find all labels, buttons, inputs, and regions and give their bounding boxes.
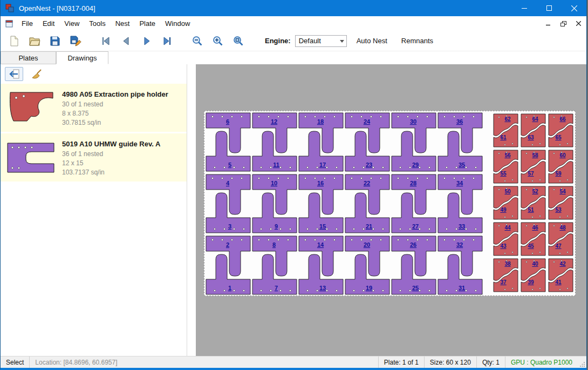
nest-viewport[interactable]: 6 5 12 11 18 17 24 23 30 29 36 35 4 3 (196, 64, 586, 356)
save-as-icon (69, 35, 82, 48)
zoom-fit-icon (232, 35, 245, 48)
part-pair-graphic: 42 41 (547, 257, 575, 293)
first-button[interactable] (98, 33, 114, 49)
mdi-close-button[interactable] (573, 19, 583, 28)
drawing-list-item[interactable]: 4980 A05 Extraction pipe holder 30 of 1 … (1, 84, 187, 132)
nested-part-pair[interactable]: 36 35 (437, 111, 483, 173)
nested-part-pair[interactable]: 30 29 (391, 111, 437, 173)
save-as-button[interactable] (67, 33, 84, 49)
part-nested-count: 36 of 1 nested (62, 150, 160, 159)
nest-canvas[interactable]: 6 5 12 11 18 17 24 23 30 29 36 35 4 3 (187, 64, 586, 356)
menu-item-tools[interactable]: Tools (84, 17, 110, 30)
part-number: 12 (271, 118, 277, 125)
last-icon (161, 35, 174, 48)
part-number: 26 (410, 241, 416, 248)
menu-item-plate[interactable]: Plate (134, 17, 160, 30)
nested-part-pair[interactable]: 14 13 (298, 234, 344, 296)
nested-part-pair[interactable]: 62 61 (492, 112, 519, 149)
open-button[interactable] (26, 33, 43, 49)
nested-part-pair[interactable]: 8 7 (251, 234, 298, 296)
last-button[interactable] (159, 33, 175, 49)
part-pair-graphic: 44 43 (492, 221, 519, 257)
part-number: 35 (459, 162, 465, 168)
nested-part-pair[interactable]: 10 9 (251, 173, 298, 234)
nested-part-pair[interactable]: 38 37 (492, 257, 519, 293)
engine-select[interactable]: Default (295, 35, 347, 47)
nested-part-pair[interactable]: 18 17 (298, 111, 344, 173)
zoom-fit-button[interactable] (230, 33, 247, 49)
next-button[interactable] (139, 33, 155, 49)
tab-plates[interactable]: Plates (1, 51, 56, 64)
maximize-button[interactable] (537, 0, 562, 16)
mdi-minimize-button[interactable] (543, 19, 553, 28)
nested-part-pair[interactable]: 60 59 (547, 149, 575, 185)
zoom-in-icon (211, 35, 224, 48)
menu-item-file[interactable]: File (17, 17, 38, 30)
part-pair-graphic: 10 9 (251, 173, 298, 234)
nested-part-pair[interactable]: 40 39 (519, 257, 547, 293)
plate[interactable]: 6 5 12 11 18 17 24 23 30 29 36 35 4 3 (204, 111, 576, 296)
drawing-list-item[interactable]: 5019 A10 UHMW guide Rev. A 36 of 1 neste… (1, 133, 187, 181)
nested-part-pair[interactable]: 26 25 (391, 234, 437, 296)
menubar: File Edit View Tools Nest Plate Window (1, 16, 586, 31)
import-drawing-button[interactable] (5, 67, 23, 81)
auto-nest-button[interactable]: Auto Nest (352, 35, 392, 47)
zoom-out-button[interactable] (189, 33, 206, 49)
mdi-restore-button[interactable] (558, 19, 568, 28)
nested-part-pair[interactable]: 54 53 (547, 185, 575, 221)
nested-part-pair[interactable]: 4 3 (205, 173, 251, 234)
nested-part-pair[interactable]: 56 55 (492, 149, 519, 185)
part-number: 20 (364, 241, 370, 248)
remnants-button[interactable]: Remnants (397, 35, 437, 47)
nested-part-pair[interactable]: 50 49 (492, 185, 519, 221)
nested-part-pair[interactable]: 48 47 (547, 221, 575, 257)
minimize-button[interactable] (512, 0, 537, 16)
previous-button[interactable] (118, 33, 134, 49)
part-number: 46 (532, 225, 538, 231)
grip-dots-icon (580, 361, 585, 367)
save-button[interactable] (47, 33, 63, 49)
part-pair-graphic: 46 45 (519, 221, 547, 257)
part-number: 64 (532, 116, 538, 122)
nested-part-pair[interactable]: 24 23 (344, 111, 391, 173)
part-number: 66 (559, 116, 566, 122)
part-pair-graphic: 22 21 (344, 173, 391, 234)
drawings-toolbar (1, 64, 187, 84)
maximize-icon (546, 5, 552, 11)
nested-part-pair[interactable]: 44 43 (492, 221, 519, 257)
menu-item-view[interactable]: View (59, 17, 84, 30)
zoom-in-button[interactable] (210, 33, 226, 49)
menu-item-window[interactable]: Window (160, 17, 195, 30)
nested-part-pair[interactable]: 46 45 (519, 221, 547, 257)
menu-item-edit[interactable]: Edit (38, 17, 59, 30)
part-pair-graphic: 16 15 (298, 173, 344, 234)
nested-part-pair[interactable]: 12 11 (251, 111, 298, 173)
menu-item-nest[interactable]: Nest (111, 17, 135, 30)
toolbar: Engine: Default Auto Nest Remnants (1, 31, 586, 51)
nested-part-pair[interactable]: 64 63 (519, 112, 547, 149)
nested-part-pair[interactable]: 2 1 (205, 234, 251, 296)
nested-part-pair[interactable]: 52 51 (519, 185, 547, 221)
window-title: OpenNest - [N0317-004] (19, 4, 95, 12)
new-button[interactable] (6, 33, 22, 49)
status-size: Size: 60 x 120 (424, 356, 476, 368)
resize-grip[interactable] (578, 356, 586, 368)
part-number: 15 (319, 223, 326, 230)
nested-part-pair[interactable]: 16 15 (298, 173, 344, 234)
part-pair-graphic: 38 37 (492, 257, 519, 293)
nested-part-pair[interactable]: 34 33 (437, 173, 483, 234)
clean-button[interactable] (28, 67, 46, 81)
status-plate: Plate: 1 of 1 (378, 356, 424, 368)
nested-part-pair[interactable]: 66 65 (547, 112, 575, 149)
nested-part-pair[interactable]: 6 5 (205, 111, 251, 173)
part-pair-graphic: 26 25 (391, 234, 437, 296)
nested-part-pair[interactable]: 32 31 (437, 234, 483, 296)
close-button[interactable] (562, 0, 586, 16)
nested-part-pair[interactable]: 22 21 (344, 173, 391, 234)
part-number: 43 (500, 243, 507, 249)
nested-part-pair[interactable]: 20 19 (344, 234, 391, 296)
nested-part-pair[interactable]: 58 57 (519, 149, 547, 185)
tab-drawings[interactable]: Drawings (56, 51, 108, 64)
nested-part-pair[interactable]: 42 41 (547, 257, 575, 293)
nested-part-pair[interactable]: 28 27 (391, 173, 437, 234)
